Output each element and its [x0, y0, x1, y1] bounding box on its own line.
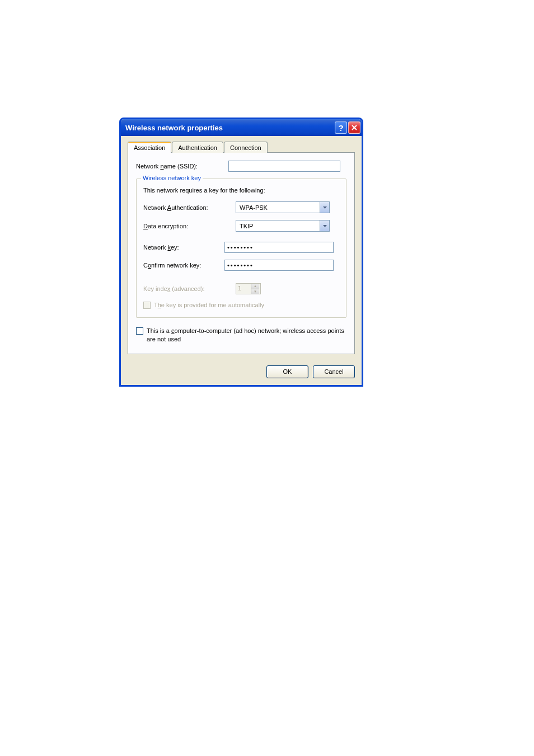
- tab-association[interactable]: Association: [128, 142, 171, 153]
- tabstrip: Association Authentication Connection: [128, 142, 355, 153]
- button-bar: OK Cancel: [121, 360, 362, 385]
- confirm-key-input[interactable]: [224, 260, 334, 271]
- encryption-dropdown[interactable]: TKIP: [236, 220, 330, 232]
- close-icon: [352, 125, 357, 130]
- tab-authentication[interactable]: Authentication: [172, 142, 223, 153]
- ssid-label: Network name (SSID):: [136, 163, 228, 170]
- tab-connection[interactable]: Connection: [224, 142, 268, 153]
- encryption-row: Data encryption: TKIP: [143, 220, 339, 232]
- chevron-down-icon: [320, 220, 329, 231]
- auth-value: WPA-PSK: [236, 204, 320, 211]
- help-button[interactable]: ?: [335, 121, 347, 134]
- encryption-label: Data encryption:: [143, 223, 236, 229]
- titlebar[interactable]: Wireless network properties ?: [121, 119, 362, 136]
- ssid-input[interactable]: [228, 161, 340, 172]
- tab-panel-association: Network name (SSID): Wireless network ke…: [128, 152, 355, 354]
- key-index-value: 1: [236, 284, 251, 294]
- adhoc-checkbox-row[interactable]: This is a computer-to-computer (ad hoc) …: [136, 327, 346, 344]
- cancel-button[interactable]: Cancel: [313, 365, 355, 378]
- window-title: Wireless network properties: [125, 124, 334, 132]
- group-desc: This network requires a key for the foll…: [143, 187, 339, 194]
- wireless-key-group: Wireless network key This network requir…: [136, 179, 346, 318]
- network-key-row: Network key:: [143, 242, 339, 253]
- confirm-key-label: Confirm network key:: [143, 262, 224, 269]
- autokey-label: The key is provided for me automatically: [154, 301, 264, 309]
- encryption-value: TKIP: [236, 223, 320, 229]
- spinner-down-icon: ▼: [251, 289, 259, 294]
- ssid-row: Network name (SSID):: [136, 161, 346, 172]
- auth-dropdown[interactable]: WPA-PSK: [236, 201, 330, 213]
- autokey-checkbox: [143, 302, 151, 309]
- key-index-row: Key index (advanced): 1 ▲ ▼: [143, 283, 339, 294]
- group-legend: Wireless network key: [141, 175, 203, 181]
- network-key-input[interactable]: [224, 242, 334, 253]
- autokey-checkbox-row: The key is provided for me automatically: [143, 301, 339, 309]
- network-key-label: Network key:: [143, 244, 224, 251]
- spinner-up-icon: ▲: [251, 284, 259, 289]
- adhoc-checkbox[interactable]: [136, 327, 143, 335]
- dialog-content: Association Authentication Connection Ne…: [121, 136, 362, 360]
- ok-button[interactable]: OK: [266, 365, 308, 378]
- close-button[interactable]: [348, 121, 360, 134]
- adhoc-label: This is a computer-to-computer (ad hoc) …: [147, 327, 346, 344]
- auth-row: Network Authentication: WPA-PSK: [143, 201, 339, 213]
- auth-label: Network Authentication:: [143, 204, 236, 211]
- key-index-label: Key index (advanced):: [143, 285, 236, 292]
- key-index-spinner: 1 ▲ ▼: [236, 283, 261, 294]
- spinner-arrows: ▲ ▼: [251, 284, 259, 294]
- chevron-down-icon: [320, 202, 329, 213]
- confirm-key-row: Confirm network key:: [143, 260, 339, 271]
- wireless-properties-dialog: Wireless network properties ? Associatio…: [119, 118, 363, 387]
